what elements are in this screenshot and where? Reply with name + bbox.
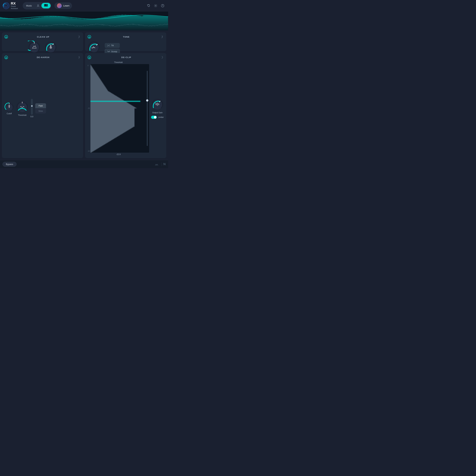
tilt-option[interactable]: Tilt	[105, 43, 120, 48]
declip-slider-overlay	[146, 64, 149, 153]
declip-graph-canvas[interactable]	[90, 64, 149, 153]
declip-threshold-value: -22.9	[116, 153, 120, 155]
scoop-option[interactable]: Scoop	[105, 49, 120, 53]
declip-db-64: -64	[87, 150, 90, 152]
tone-panel: TONE	[85, 32, 166, 51]
tone-header: TONE	[87, 35, 164, 39]
deharsh-power-button[interactable]	[4, 56, 8, 59]
header-right	[146, 3, 166, 9]
bypass-button[interactable]: Bypass	[2, 162, 17, 167]
cleanup-header: CLEAN UP	[4, 35, 81, 39]
deharsh-ear-button[interactable]	[77, 55, 81, 59]
tone-knob-container: Tone	[87, 41, 100, 53]
tilt-label: Tilt	[111, 44, 114, 47]
cutoff-knob[interactable]	[4, 102, 14, 112]
desqueak-knob[interactable]	[44, 41, 57, 53]
learn-group[interactable]: Learn	[54, 2, 72, 9]
settings-button[interactable]	[153, 3, 159, 9]
nav-voice-button[interactable]	[35, 3, 41, 9]
tone-power-button[interactable]	[87, 35, 91, 38]
limiter-toggle-item: Limiter	[151, 116, 164, 119]
bottom-panels-row: DE-HARSH	[0, 53, 168, 160]
waveform-canvas[interactable]	[0, 11, 168, 31]
declip-panel: DE-CLIP Threshold 0 -32 -64	[85, 53, 166, 158]
declip-db-labels: 0 -32 -64	[87, 64, 90, 153]
output-gain-label: Output Gain	[152, 112, 163, 114]
footer-right: N	[155, 162, 166, 166]
svg-point-12	[155, 5, 156, 6]
deharsh-db-value: 0.0	[31, 115, 33, 118]
nav-piano-button[interactable]	[41, 3, 51, 8]
ni-logo: N	[163, 162, 166, 166]
footer: Bypass N	[0, 160, 168, 168]
denoise-knob[interactable]	[28, 41, 41, 53]
limiter-toggle[interactable]	[151, 116, 157, 119]
help-button[interactable]	[160, 3, 166, 9]
slow-button[interactable]: Slow	[35, 108, 46, 113]
deharsh-threshold-knob-container: Threshold	[16, 101, 29, 116]
deharsh-slider[interactable]	[31, 99, 33, 115]
output-gain-knob[interactable]	[151, 98, 164, 111]
deharsh-header: DE-HARSH	[4, 55, 81, 59]
rx-logo-icon	[2, 2, 10, 9]
cutoff-label: Cutoff	[7, 113, 12, 115]
logo-sub1: Repair	[11, 5, 18, 7]
logo-area: RX Repair Assistant	[2, 2, 18, 9]
tone-content: Tone Tilt Scoop	[87, 41, 164, 53]
waveform-area	[0, 11, 168, 31]
denoise-knob-container: De-noise	[28, 41, 41, 53]
tone-options: Tilt Scoop	[105, 43, 120, 53]
deharsh-content: Cutoff Thre	[4, 61, 81, 155]
declip-graph-area: 0 -32 -64	[87, 64, 149, 153]
deharsh-title: DE-HARSH	[10, 56, 77, 59]
svg-rect-11	[47, 4, 47, 6]
svg-rect-9	[45, 4, 45, 6]
cutoff-knob-container: Cutoff	[4, 102, 14, 115]
output-gain-knob-container: Output Gain	[151, 98, 164, 114]
deharsh-threshold-label: Threshold	[18, 114, 26, 116]
svg-point-1	[4, 3, 8, 8]
logo-sub2: Assistant	[11, 7, 18, 10]
desqueak-knob-container: De-squeak	[44, 41, 57, 53]
declip-ear-button[interactable]	[160, 55, 164, 59]
declip-viz: Threshold 0 -32 -64	[87, 61, 149, 155]
cleanup-power-button[interactable]	[4, 35, 8, 38]
limiter-label: Limiter	[158, 116, 164, 118]
declip-content: Threshold 0 -32 -64	[87, 61, 164, 155]
svg-line-29	[107, 45, 110, 46]
declip-slider-handle[interactable]	[146, 99, 148, 102]
learn-label: Learn	[63, 4, 69, 7]
learn-icon	[57, 3, 62, 8]
cleanup-title: CLEAN UP	[10, 36, 77, 38]
deharsh-panel: DE-HARSH	[2, 53, 83, 158]
tone-title: TONE	[93, 36, 160, 38]
declip-right: Output Gain Limiter	[151, 61, 164, 155]
undo-button[interactable]	[146, 3, 152, 9]
nav-group: Music	[23, 2, 51, 9]
tone-ear-button[interactable]	[160, 35, 164, 39]
logo-rx: RX	[11, 2, 18, 5]
declip-title: DE-CLIP	[93, 56, 160, 59]
declip-db-0: 0	[87, 65, 90, 67]
svg-point-2	[5, 4, 7, 7]
scoop-label: Scoop	[111, 50, 117, 53]
declip-graph-wrapper	[90, 64, 149, 153]
svg-point-14	[162, 6, 163, 6]
cleanup-knobs-row: De-noise	[4, 41, 81, 53]
fast-button[interactable]: Fast	[35, 103, 46, 108]
declip-power-button[interactable]	[87, 56, 91, 59]
cleanup-ear-button[interactable]	[77, 35, 81, 39]
svg-rect-10	[45, 4, 46, 6]
declip-slider-track[interactable]	[147, 71, 148, 146]
logo-text: RX Repair Assistant	[11, 2, 18, 9]
footer-divider	[162, 162, 162, 166]
declip-db-32: -32	[87, 107, 90, 109]
tone-knob[interactable]	[87, 41, 100, 53]
deharsh-threshold-knob[interactable]	[16, 101, 29, 113]
cleanup-panel: CLEAN UP	[2, 32, 83, 51]
declip-header: DE-CLIP	[87, 55, 164, 59]
ni-script-icon	[155, 163, 160, 166]
header: RX Repair Assistant Music	[0, 0, 168, 11]
nav-music-button[interactable]: Music	[23, 3, 35, 8]
top-panels-row: CLEAN UP	[0, 31, 168, 53]
